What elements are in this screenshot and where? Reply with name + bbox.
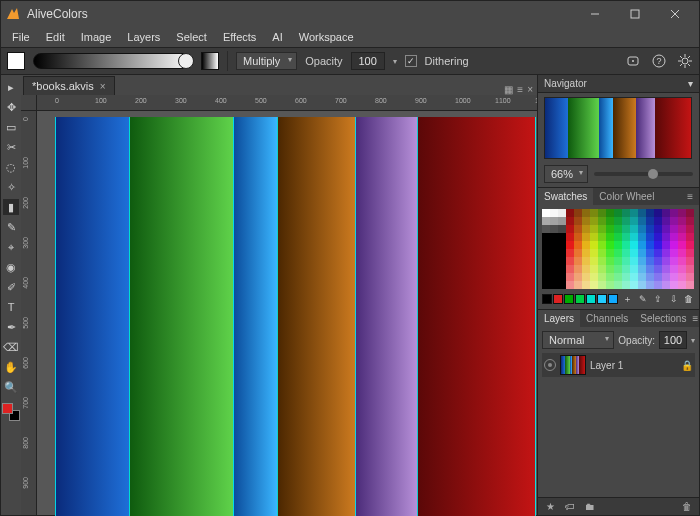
swatch-cell[interactable] [638,241,646,249]
recent-swatch[interactable] [608,294,618,304]
zoom-tool-icon[interactable]: 🔍 [3,379,19,395]
swatch-cell[interactable] [574,233,582,241]
text-tool-icon[interactable]: T [3,299,19,315]
panel-menu-icon[interactable]: ▾ [688,78,693,89]
swatch-cell[interactable] [542,241,550,249]
swatch-cell[interactable] [678,273,686,281]
swatch-cell[interactable] [614,217,622,225]
swatch-cell[interactable] [582,209,590,217]
swatch-cell[interactable] [558,233,566,241]
add-swatch-icon[interactable]: ＋ [621,293,633,305]
swatch-cell[interactable] [686,281,694,289]
swatch-cell[interactable] [566,265,574,273]
menu-select[interactable]: Select [169,29,214,45]
swatch-cell[interactable] [638,209,646,217]
swatch-cell[interactable] [622,257,630,265]
swatch-cell[interactable] [542,257,550,265]
swatch-cell[interactable] [646,209,654,217]
chevron-right-icon[interactable]: ▸ [3,79,19,95]
recent-swatch[interactable] [575,294,585,304]
swatch-cell[interactable] [558,241,566,249]
swatch-cell[interactable] [630,273,638,281]
star-icon[interactable]: ★ [544,501,556,513]
swatch-cell[interactable] [662,209,670,217]
swatch-cell[interactable] [614,273,622,281]
edit-swatch-icon[interactable]: ✎ [637,293,649,305]
swatch-cell[interactable] [550,281,558,289]
swatch-cell[interactable] [614,241,622,249]
swatch-cell[interactable] [678,265,686,273]
swatch-cell[interactable] [582,281,590,289]
swatch-cell[interactable] [678,233,686,241]
layer-name[interactable]: Layer 1 [590,360,623,371]
swatch-cell[interactable] [686,241,694,249]
close-tab-icon[interactable]: × [100,81,106,92]
swatch-cell[interactable] [574,281,582,289]
menu-file[interactable]: File [5,29,37,45]
swatch-cell[interactable] [558,217,566,225]
swatch-cell[interactable] [582,233,590,241]
recent-swatch[interactable] [597,294,607,304]
swatch-cell[interactable] [622,209,630,217]
swatch-cell[interactable] [622,249,630,257]
swatch-cell[interactable] [630,241,638,249]
zoom-dropdown[interactable]: 66% [544,165,588,183]
save-swatch-icon[interactable]: ⇩ [668,293,680,305]
blend-mode-dropdown[interactable]: Multiply [236,52,297,70]
swatch-cell[interactable] [558,209,566,217]
swatch-cell[interactable] [646,233,654,241]
trash-icon[interactable]: 🗑 [681,501,693,513]
swatch-cell[interactable] [566,209,574,217]
navigator-preview[interactable] [544,97,692,159]
close-button[interactable] [655,1,695,27]
opacity-input[interactable] [351,52,385,70]
zoom-slider[interactable] [594,172,693,176]
clone-tool-icon[interactable]: ⌖ [3,239,19,255]
recent-swatch[interactable] [542,294,552,304]
swatch-cell[interactable] [646,265,654,273]
tab-channels[interactable]: Channels [580,310,634,327]
swatch-cell[interactable] [566,241,574,249]
swatch-cell[interactable] [670,273,678,281]
swatch-cell[interactable] [590,257,598,265]
zoom-slider-knob-icon[interactable] [648,169,658,179]
minimize-button[interactable] [575,1,615,27]
swatch-cell[interactable] [622,225,630,233]
swatch-cell[interactable] [606,249,614,257]
swatch-cell[interactable] [574,273,582,281]
swatch-cell[interactable] [582,257,590,265]
swatch-cell[interactable] [558,265,566,273]
eyedropper-tool-icon[interactable]: ✐ [3,279,19,295]
swatch-cell[interactable] [678,241,686,249]
swatch-cell[interactable] [630,225,638,233]
tab-close-all-icon[interactable]: × [527,84,533,95]
swatch-cell[interactable] [582,273,590,281]
swatch-cell[interactable] [550,273,558,281]
swatch-cell[interactable] [654,257,662,265]
magic-wand-tool-icon[interactable]: ✧ [3,179,19,195]
dithering-checkbox[interactable]: ✓ [405,55,417,67]
swatch-cell[interactable] [598,241,606,249]
fg-bg-color-picker[interactable] [2,403,20,421]
swatch-cell[interactable] [542,217,550,225]
swatch-cell[interactable] [614,265,622,273]
menu-layers[interactable]: Layers [120,29,167,45]
eraser-tool-icon[interactable]: ⌫ [3,339,19,355]
layer-visibility-icon[interactable] [544,359,556,371]
menu-ai[interactable]: AI [265,29,289,45]
swatch-cell[interactable] [654,225,662,233]
swatch-cell[interactable] [598,249,606,257]
swatch-cell[interactable] [686,273,694,281]
swatch-cell[interactable] [574,249,582,257]
swatch-cell[interactable] [686,249,694,257]
swatch-cell[interactable] [630,281,638,289]
swatch-cell[interactable] [566,225,574,233]
pen-tool-icon[interactable]: ✒ [3,319,19,335]
tab-arrange-icon[interactable]: ▦ [504,84,513,95]
swatch-cell[interactable] [630,209,638,217]
swatch-cell[interactable] [598,217,606,225]
swatch-cell[interactable] [590,281,598,289]
swatch-cell[interactable] [574,217,582,225]
selection-tool-icon[interactable]: ▭ [3,119,19,135]
swatch-cell[interactable] [558,249,566,257]
